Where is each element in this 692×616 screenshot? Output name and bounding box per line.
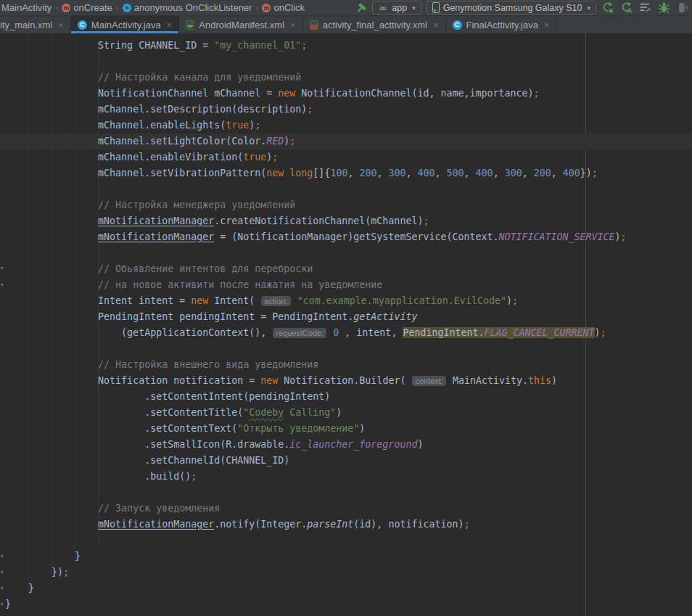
manifest-file-icon: MF [186, 20, 194, 30]
code-line[interactable]: Intent intent = new Intent( action: "com… [5, 293, 692, 309]
code-line[interactable]: mChannel.setDescription(description); [5, 102, 692, 118]
apply-code-changes-icon[interactable]: A [620, 1, 633, 14]
code-line[interactable]: .build(); [5, 469, 692, 485]
build-hammer-icon[interactable] [355, 1, 367, 14]
breadcrumb-item[interactable]: monClick [262, 2, 305, 13]
code-line[interactable]: mNotificationManager = (NotificationMana… [5, 229, 692, 245]
android-studio-window: MainActivity›monCreate›anonymous OnClick… [0, 0, 692, 616]
breadcrumb-label: MainActivity [1, 2, 52, 13]
code-line[interactable]: // Запуск уведомления [5, 501, 692, 517]
tab-FinalActtivity.java[interactable]: CFinalActtivity.java× [446, 16, 557, 33]
breadcrumb-item[interactable]: MainActivity [1, 2, 52, 13]
breadcrumb-label: onCreate [73, 2, 112, 13]
code-line[interactable]: // Настройка менеджера уведомлений [5, 197, 692, 213]
breadcrumb-label: onClick [273, 2, 305, 13]
code-line[interactable]: .setContentTitle("Codeby Calling") [5, 405, 692, 421]
code-line[interactable]: } [5, 580, 692, 596]
code-area[interactable]: String CHANNEL_ID = "my_channel_01"; // … [0, 34, 692, 612]
chevron-down-icon: ▾ [412, 4, 416, 12]
code-line[interactable]: .setChannelId(CHANNEL_ID) [5, 453, 692, 469]
code-line[interactable]: .setContentIntent(pendingIntent) [5, 389, 692, 405]
breadcrumb: MainActivity›monCreate›anonymous OnClick… [1, 2, 305, 13]
java-class-icon: C [453, 20, 462, 30]
tab-activity_final_acttivity.xml[interactable]: activity_final_acttivity.xml× [303, 16, 446, 33]
tab-MainActivity.java[interactable]: CMainActivity.java× [71, 16, 179, 33]
anonymous-class-icon [123, 4, 131, 12]
code-line[interactable]: mNotificationManager.createNotificationC… [5, 213, 692, 229]
parameter-hint: requestCode: [273, 328, 326, 338]
breadcrumb-separator: › [255, 3, 258, 13]
code-line[interactable]: PendingIntent pendingIntent = PendingInt… [5, 309, 692, 325]
toolbar-actions: A [601, 1, 689, 14]
tab-label: activity_final_acttivity.xml [323, 20, 427, 30]
code-line[interactable]: mChannel.enableVibration(true); [5, 149, 692, 165]
tab-label: AndroidManifest.xml [199, 20, 284, 30]
chevron-down-icon: ▾ [587, 4, 590, 12]
fold-marker-icon[interactable]: ▴ [0, 568, 4, 575]
tab-label: FinalActtivity.java [466, 20, 538, 30]
code-line[interactable] [5, 245, 692, 261]
code-line[interactable]: NotificationChannel mChannel = new Notif… [5, 86, 692, 102]
breadcrumb-item[interactable]: monCreate [62, 2, 112, 13]
parameter-hint: action: [261, 296, 290, 306]
method-icon: m [262, 4, 271, 12]
parameter-hint: context: [412, 376, 446, 386]
code-line[interactable]: mChannel.enableLights(true); [5, 118, 692, 134]
code-line[interactable]: Notification notification = new Notifica… [5, 373, 692, 389]
main-toolbar: MainActivity›monCreate›anonymous OnClick… [0, 0, 692, 16]
tab-label: MainActivity.java [91, 20, 161, 30]
tab-AndroidManifest.xml[interactable]: MFAndroidManifest.xml× [179, 16, 302, 33]
apply-changes-and-restart-icon[interactable] [601, 1, 614, 14]
method-icon: m [62, 4, 70, 12]
fold-marker-icon[interactable]: ▴ [0, 552, 4, 559]
fold-marker-icon[interactable]: ▴ [0, 584, 4, 591]
code-line[interactable]: // Настройка внешнего вида уведомления [5, 357, 692, 373]
code-line[interactable]: } [5, 549, 692, 564]
code-line[interactable]: // Настройка канала для уведомлений [5, 70, 692, 86]
editor-tab-bar: ity_main.xml×CMainActivity.java×MFAndroi… [0, 16, 692, 34]
tab-close-icon[interactable]: × [290, 20, 296, 30]
code-line[interactable] [5, 181, 692, 197]
code-line[interactable]: mChannel.setVibrationPattern(new long[]{… [5, 165, 692, 181]
breadcrumb-separator: › [55, 3, 58, 13]
code-line[interactable] [5, 533, 692, 549]
code-line[interactable]: mChannel.setLightColor(Color.RED); [0, 134, 692, 149]
code-line[interactable]: mNotificationManager.notify(Integer.pars… [5, 517, 692, 533]
code-line[interactable]: String CHANNEL_ID = "my_channel_01"; [5, 38, 692, 54]
breadcrumb-item[interactable]: anonymous OnClickListener [123, 2, 252, 13]
android-icon [378, 4, 388, 12]
toolbar-right-group: app ▾ Genymotion Samsung Galaxy S10 ▾ A [355, 1, 689, 15]
fold-marker-icon[interactable]: ▴ [0, 281, 4, 287]
run-configuration-select[interactable]: app ▾ [372, 1, 421, 15]
code-line[interactable]: .setContentText("Открыть уведомление") [5, 421, 692, 437]
tab-label: ity_main.xml [0, 20, 52, 30]
debug-icon[interactable] [658, 1, 670, 14]
tab-close-icon[interactable]: × [58, 20, 64, 30]
breadcrumb-separator: › [116, 3, 119, 13]
code-line[interactable]: // на новое активити после нажатия на ув… [5, 277, 692, 293]
svg-text:A: A [627, 7, 633, 14]
code-line[interactable] [5, 341, 692, 357]
tab-close-icon[interactable]: × [544, 20, 550, 30]
code-line[interactable] [5, 54, 692, 70]
phone-icon [432, 2, 440, 13]
tab-close-icon[interactable]: × [433, 20, 439, 30]
tab-ity_main.xml[interactable]: ity_main.xml× [0, 16, 71, 33]
breadcrumb-label: anonymous OnClickListener [134, 2, 252, 13]
device-label: Genymotion Samsung Galaxy S10 [443, 3, 582, 13]
code-line[interactable]: (getApplicationContext(), requestCode: 0… [5, 325, 692, 341]
code-editor[interactable]: String CHANNEL_ID = "my_channel_01"; // … [0, 34, 692, 616]
attach-debugger-icon[interactable] [677, 1, 689, 14]
code-line[interactable]: // Обьявление интентов для переброски [5, 261, 692, 277]
profiler-icon[interactable] [639, 1, 651, 14]
code-line[interactable]: }); [5, 564, 692, 580]
device-select[interactable]: Genymotion Samsung Galaxy S10 ▾ [427, 1, 596, 15]
tab-close-icon[interactable]: × [167, 20, 173, 30]
code-line[interactable] [5, 485, 692, 501]
fold-marker-icon[interactable]: ▴ [0, 600, 4, 607]
code-line[interactable]: .setSmallIcon(R.drawable.ic_launcher_for… [5, 437, 692, 453]
code-line[interactable]: } [5, 596, 692, 612]
fold-marker-icon[interactable]: ▾ [0, 265, 4, 271]
xml-file-icon [310, 20, 318, 30]
run-configuration-label: app [392, 3, 407, 13]
